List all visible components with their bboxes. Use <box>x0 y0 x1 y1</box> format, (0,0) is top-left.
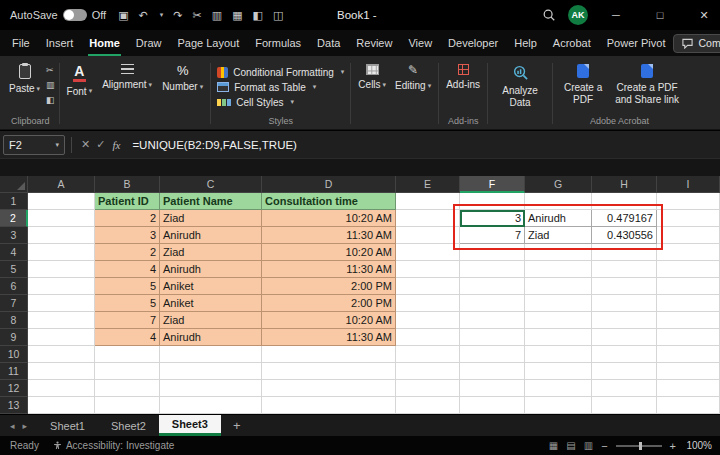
cell-B2[interactable]: 2 <box>95 210 160 227</box>
close-button[interactable]: ✕ <box>688 0 720 30</box>
tab-home[interactable]: Home <box>81 30 128 56</box>
row-header-1[interactable]: 1 <box>0 193 28 210</box>
cell-H12[interactable] <box>592 380 657 397</box>
cell-H6[interactable] <box>592 278 657 295</box>
cell-G11[interactable] <box>525 363 592 380</box>
cell-B9[interactable]: 4 <box>95 329 160 346</box>
cell-D1[interactable]: Consultation time <box>262 193 396 210</box>
cell-C9[interactable]: Anirudh <box>160 329 262 346</box>
cell-F8[interactable] <box>460 312 525 329</box>
copy-icon[interactable]: ▥ <box>212 10 222 21</box>
cell-C5[interactable]: Anirudh <box>160 261 262 278</box>
cell-D3[interactable]: 11:30 AM <box>262 227 396 244</box>
comments-button[interactable]: Comments <box>673 34 720 53</box>
cell-G2[interactable]: Anirudh <box>525 210 592 227</box>
cell-F7[interactable] <box>460 295 525 312</box>
page-layout-view-icon[interactable]: ▤ <box>566 441 575 451</box>
cell-I8[interactable] <box>657 312 720 329</box>
cell-I9[interactable] <box>657 329 720 346</box>
tab-formulas[interactable]: Formulas <box>247 30 309 56</box>
cell-A3[interactable] <box>28 227 95 244</box>
cell-A1[interactable] <box>28 193 95 210</box>
cell-H10[interactable] <box>592 346 657 363</box>
cell-E7[interactable] <box>396 295 460 312</box>
cell-I5[interactable] <box>657 261 720 278</box>
cell-C10[interactable] <box>160 346 262 363</box>
cell-G9[interactable] <box>525 329 592 346</box>
column-header-D[interactable]: D <box>262 176 396 193</box>
cell-D5[interactable]: 11:30 AM <box>262 261 396 278</box>
tab-power-pivot[interactable]: Power Pivot <box>599 30 674 56</box>
cell-F10[interactable] <box>460 346 525 363</box>
autosave-control[interactable]: AutoSave Off <box>10 9 106 21</box>
cell-C8[interactable]: Ziad <box>160 312 262 329</box>
zoom-in-button[interactable]: + <box>670 440 676 452</box>
cell-B5[interactable]: 4 <box>95 261 160 278</box>
cell-D6[interactable]: 2:00 PM <box>262 278 396 295</box>
sheet-tab-sheet2[interactable]: Sheet2 <box>98 415 159 436</box>
format-painter-icon[interactable]: ◧ <box>46 95 55 105</box>
cell-H7[interactable] <box>592 295 657 312</box>
table-icon[interactable]: ▦ <box>232 10 242 21</box>
row-header-9[interactable]: 9 <box>0 329 28 346</box>
analyze-data-button[interactable]: Analyze Data <box>492 59 548 110</box>
cell-I6[interactable] <box>657 278 720 295</box>
cell-F3[interactable]: 7 <box>460 227 525 244</box>
undo-icon[interactable]: ↶ <box>139 10 148 21</box>
sheet-nav-left-icon[interactable]: ◂ <box>10 421 15 431</box>
zoom-level[interactable]: 100% <box>684 440 712 451</box>
tab-developer[interactable]: Developer <box>440 30 506 56</box>
cell-A6[interactable] <box>28 278 95 295</box>
zoom-slider[interactable] <box>616 445 662 447</box>
cell-B8[interactable]: 7 <box>95 312 160 329</box>
cell-B11[interactable] <box>95 363 160 380</box>
cell-F12[interactable] <box>460 380 525 397</box>
cell-F4[interactable] <box>460 244 525 261</box>
cell-F13[interactable] <box>460 397 525 414</box>
cell-G8[interactable] <box>525 312 592 329</box>
tab-acrobat[interactable]: Acrobat <box>545 30 599 56</box>
copy-icon[interactable]: ▥ <box>46 80 55 90</box>
cell-F11[interactable] <box>460 363 525 380</box>
addins-button[interactable]: Add-ins <box>443 59 483 93</box>
cell-H1[interactable] <box>592 193 657 210</box>
cell-B6[interactable]: 5 <box>95 278 160 295</box>
column-header-I[interactable]: I <box>657 176 720 193</box>
cell-E3[interactable] <box>396 227 460 244</box>
cell-F5[interactable] <box>460 261 525 278</box>
cell-H5[interactable] <box>592 261 657 278</box>
cell-A4[interactable] <box>28 244 95 261</box>
cell-D2[interactable]: 10:20 AM <box>262 210 396 227</box>
row-header-12[interactable]: 12 <box>0 380 28 397</box>
cell-E13[interactable] <box>396 397 460 414</box>
tab-draw[interactable]: Draw <box>128 30 170 56</box>
cell-F2[interactable]: 3 <box>460 210 525 227</box>
conditional-formatting-button[interactable]: Conditional Formatting▾ <box>217 67 344 78</box>
page-break-preview-icon[interactable]: ▥ <box>584 441 593 451</box>
row-header-4[interactable]: 4 <box>0 244 28 261</box>
tab-help[interactable]: Help <box>506 30 545 56</box>
row-header-8[interactable]: 8 <box>0 312 28 329</box>
cell-I2[interactable] <box>657 210 720 227</box>
cut-icon[interactable]: ✂ <box>193 10 202 21</box>
format-painter-icon[interactable]: ◧ <box>253 10 263 21</box>
tab-file[interactable]: File <box>4 30 38 56</box>
accessibility-checker-button[interactable]: Accessibility: Investigate <box>53 440 174 451</box>
cell-D13[interactable] <box>262 397 396 414</box>
cell-F6[interactable] <box>460 278 525 295</box>
alignment-button[interactable]: Alignment▾ <box>99 59 155 93</box>
cell-B10[interactable] <box>95 346 160 363</box>
row-header-11[interactable]: 11 <box>0 363 28 380</box>
cancel-entry-icon[interactable]: ✕ <box>81 138 90 151</box>
cell-C6[interactable]: Aniket <box>160 278 262 295</box>
cell-D8[interactable]: 10:20 AM <box>262 312 396 329</box>
cell-G3[interactable]: Ziad <box>525 227 592 244</box>
cell-H11[interactable] <box>592 363 657 380</box>
cell-I1[interactable] <box>657 193 720 210</box>
sheet-tab-sheet1[interactable]: Sheet1 <box>37 415 98 436</box>
cells-button[interactable]: Cells▾ <box>355 59 389 93</box>
sheet-tab-sheet3[interactable]: Sheet3 <box>159 415 221 436</box>
cell-F1[interactable] <box>460 193 525 210</box>
cell-E1[interactable] <box>396 193 460 210</box>
autosave-toggle[interactable] <box>63 9 87 21</box>
